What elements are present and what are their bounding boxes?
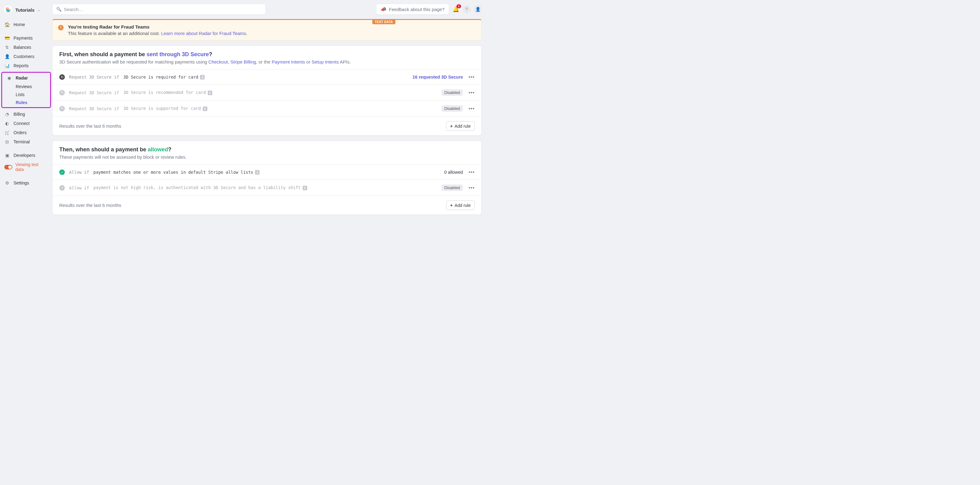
- sidebar-item-customers[interactable]: 👤 Customers: [0, 52, 52, 61]
- test-data-toggle[interactable]: Viewing test data: [0, 160, 52, 174]
- card-title: First, when should a payment be sent thr…: [59, 51, 475, 58]
- sidebar-item-label: Billing: [14, 112, 25, 117]
- topbar: 🔍 📣 Feedback about this page? 🔔 1 ? 👤: [52, 4, 482, 15]
- rule-body: 3D Secure is required for cardi: [124, 74, 205, 80]
- info-icon[interactable]: i: [208, 90, 212, 95]
- add-rule-label: Add rule: [455, 124, 471, 128]
- banner-title: You're testing Radar for Fraud Teams: [68, 24, 476, 30]
- check-icon: ✓: [59, 185, 65, 191]
- payment-intents-link[interactable]: Payment Intents: [272, 59, 305, 65]
- add-rule-button[interactable]: + Add rule: [446, 200, 475, 210]
- search-input[interactable]: [64, 7, 262, 12]
- feedback-button[interactable]: 📣 Feedback about this page?: [376, 4, 449, 15]
- sidebar-item-terminal[interactable]: ⊟ Terminal: [0, 137, 52, 146]
- rule-row[interactable]: ↻ Request 3D Secure if 3D Secure is requ…: [52, 70, 481, 84]
- sidebar-item-label: Balances: [14, 45, 31, 50]
- sidebar-item-label: Settings: [14, 181, 29, 185]
- sidebar-item-connect[interactable]: ◐ Connect: [0, 119, 52, 128]
- avatar-icon: 👤: [475, 7, 480, 12]
- search-icon: 🔍: [56, 7, 62, 12]
- add-rule-button[interactable]: + Add rule: [446, 121, 475, 131]
- check-icon: ✓: [59, 170, 65, 175]
- info-icon[interactable]: i: [255, 170, 259, 175]
- rule-prefix: Allow if: [69, 185, 89, 190]
- rule-body: 3D Secure is supported for cardi: [124, 106, 207, 111]
- sidebar-item-label: Reports: [14, 63, 29, 68]
- sidebar-item-balances[interactable]: ⇅ Balances: [0, 43, 52, 52]
- results-summary: Results over the last 6 months: [59, 203, 121, 208]
- sidebar-item-radar[interactable]: ◉ Radar: [2, 73, 50, 82]
- test-banner: TEST DATA ! You're testing Radar for Fra…: [52, 19, 482, 41]
- card-desc: 3D Secure authentication will be request…: [59, 59, 475, 65]
- sidebar-item-label: Developers: [14, 153, 35, 158]
- sidebar-item-payments[interactable]: 💳 Payments: [0, 33, 52, 43]
- info-icon[interactable]: i: [302, 186, 307, 190]
- refresh-icon: ↻: [59, 106, 65, 111]
- help-button[interactable]: ?: [463, 5, 471, 13]
- rule-stat[interactable]: 16 requested 3D Secure: [413, 74, 463, 79]
- code-icon: ▣: [4, 152, 10, 158]
- sidebar-subitem-rules[interactable]: Rules: [2, 98, 50, 106]
- rule-row[interactable]: ✓ Allow if payment matches one or more v…: [52, 165, 481, 179]
- test-data-pill: TEST DATA: [372, 20, 395, 24]
- rule-prefix: Allow if: [69, 170, 89, 175]
- home-icon: 🏠: [4, 22, 10, 27]
- chevron-down-icon: ⌄: [38, 8, 40, 12]
- checkout-link[interactable]: Checkout: [208, 59, 228, 65]
- disabled-badge: Disabled: [441, 105, 463, 112]
- sidebar-item-orders[interactable]: 🛒 Orders: [0, 128, 52, 137]
- disabled-badge: Disabled: [441, 89, 463, 96]
- banner-desc: This feature is available at an addition…: [68, 31, 476, 36]
- sidebar-item-home[interactable]: 🏠 Home: [0, 20, 52, 29]
- info-icon[interactable]: i: [203, 106, 207, 111]
- clock-icon: ◔: [4, 111, 10, 117]
- more-icon[interactable]: •••: [468, 106, 475, 111]
- connect-icon: ◐: [4, 120, 10, 126]
- banner-link[interactable]: Learn more about Radar for Fraud Teams: [161, 31, 247, 36]
- sidebar-item-reports[interactable]: 📊 Reports: [0, 61, 52, 70]
- toggle-switch: [4, 165, 12, 170]
- rule-body: 3D Secure is recommended for cardi: [124, 90, 212, 95]
- rule-row[interactable]: ✓ Allow if payment is not high risk, is …: [52, 179, 481, 195]
- rule-row[interactable]: ↻ Request 3D Secure if 3D Secure is supp…: [52, 100, 481, 116]
- terminal-icon: ⊟: [4, 139, 10, 144]
- rule-prefix: Request 3D Secure if: [69, 106, 119, 111]
- help-icon: ?: [465, 7, 468, 12]
- account-switcher[interactable]: 🏪 Tutorials ⌄: [0, 4, 52, 19]
- setup-intents-link[interactable]: Setup Intents: [312, 59, 339, 65]
- more-icon[interactable]: •••: [468, 185, 475, 191]
- sidebar-subitem-reviews[interactable]: Reviews: [2, 82, 50, 90]
- sidebar-item-billing[interactable]: ◔ Billing: [0, 109, 52, 119]
- rule-body: payment matches one or more values in de…: [93, 170, 259, 175]
- sidebar-item-label: Payments: [14, 36, 33, 41]
- more-icon[interactable]: •••: [468, 170, 475, 175]
- rule-prefix: Request 3D Secure if: [69, 90, 119, 95]
- rule-stat: 0 allowed: [444, 170, 463, 175]
- sidebar-item-developers[interactable]: ▣ Developers: [0, 151, 52, 160]
- profile-button[interactable]: 👤: [474, 5, 482, 13]
- brand-title: Tutorials: [15, 7, 34, 13]
- megaphone-icon: 📣: [381, 6, 387, 12]
- add-rule-label: Add rule: [455, 203, 471, 208]
- disabled-badge: Disabled: [441, 184, 463, 191]
- allow-rules-card: Then, when should a payment be allowed? …: [52, 141, 482, 215]
- notification-badge: 1: [457, 4, 461, 8]
- search-box[interactable]: 🔍: [52, 4, 266, 15]
- wallet-icon: 💳: [4, 35, 10, 41]
- rule-row[interactable]: ↻ Request 3D Secure if 3D Secure is reco…: [52, 84, 481, 100]
- feedback-label: Feedback about this page?: [389, 7, 444, 12]
- info-icon[interactable]: i: [200, 75, 205, 79]
- sidebar-item-label: Terminal: [14, 139, 30, 144]
- billing-link[interactable]: Stripe Billing: [231, 59, 256, 65]
- more-icon[interactable]: •••: [468, 90, 475, 95]
- cart-icon: 🛒: [4, 130, 10, 135]
- sidebar-item-label: Customers: [14, 54, 34, 59]
- sidebar-subitem-lists[interactable]: Lists: [2, 90, 50, 98]
- sidebar-item-label: Home: [14, 22, 25, 27]
- sidebar-item-settings[interactable]: ⚙ Settings: [0, 178, 52, 187]
- refresh-icon: ↻: [59, 90, 65, 95]
- refresh-icon: ↻: [59, 74, 65, 80]
- more-icon[interactable]: •••: [468, 74, 475, 80]
- rule-prefix: Request 3D Secure if: [69, 74, 119, 79]
- notifications-button[interactable]: 🔔 1: [452, 6, 460, 13]
